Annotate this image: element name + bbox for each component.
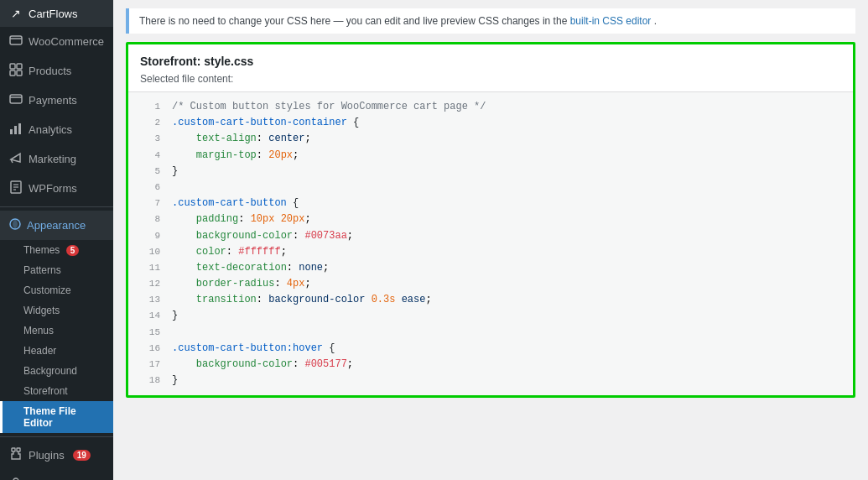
woocommerce-icon xyxy=(8,34,23,50)
notice-link[interactable]: built-in CSS editor xyxy=(570,15,652,27)
code-editor[interactable]: 1 /* Custom button styles for WooCommerc… xyxy=(128,92,853,395)
svg-rect-5 xyxy=(10,95,22,103)
appearance-icon xyxy=(8,217,22,233)
notice-end: . xyxy=(654,15,657,27)
code-line-12: 12 border-radius: 4px; xyxy=(128,276,853,292)
sidebar-subitem-header[interactable]: Header xyxy=(0,341,113,361)
notice-bar: There is no need to change your CSS here… xyxy=(126,8,855,34)
sidebar-item-label: Plugins xyxy=(29,449,65,462)
sidebar-item-analytics[interactable]: Analytics xyxy=(0,115,113,144)
code-line-16: 16 .custom-cart-button:hover { xyxy=(128,341,853,357)
sidebar-subitem-customize[interactable]: Customize xyxy=(0,280,113,300)
code-line-8: 8 padding: 10px 20px; xyxy=(128,211,853,227)
submenu-label: Storefront xyxy=(23,385,68,397)
main-content: There is no need to change your CSS here… xyxy=(113,0,868,480)
sidebar-item-users[interactable]: Users xyxy=(0,470,113,480)
svg-rect-6 xyxy=(10,129,13,134)
cartflows-icon: ↗ xyxy=(8,7,23,20)
sidebar-item-appearance[interactable]: Appearance xyxy=(0,211,113,240)
code-line-6: 6 xyxy=(128,180,853,196)
sidebar-item-woocommerce[interactable]: WooCommerce xyxy=(0,27,113,56)
marketing-icon xyxy=(8,151,23,167)
sidebar-item-plugins[interactable]: Plugins 19 xyxy=(0,441,113,470)
analytics-icon xyxy=(8,122,23,138)
submenu-label: Widgets xyxy=(23,305,60,316)
code-line-5: 5 } xyxy=(128,164,853,180)
submenu-label: Menus xyxy=(23,325,54,337)
code-line-18: 18 } xyxy=(128,373,853,389)
sidebar-subitem-widgets[interactable]: Widgets xyxy=(0,300,113,321)
svg-rect-15 xyxy=(17,448,20,451)
submenu-label: Customize xyxy=(23,284,71,296)
sidebar-subitem-theme-file-editor[interactable]: Theme File Editor xyxy=(0,401,113,433)
svg-rect-4 xyxy=(17,70,22,76)
notice-text: There is no need to change your CSS here… xyxy=(139,15,567,27)
sidebar: ↗ CartFlows WooCommerce Products Payment… xyxy=(0,0,113,480)
sidebar-item-label: Marketing xyxy=(29,153,76,165)
code-line-1: 1 /* Custom button styles for WooCommerc… xyxy=(128,99,853,115)
plugins-icon xyxy=(8,447,23,463)
svg-rect-1 xyxy=(10,64,15,69)
editor-subtitle: Selected file content: xyxy=(128,68,853,92)
sidebar-item-marketing[interactable]: Marketing xyxy=(0,144,113,174)
sidebar-subitem-storefront[interactable]: Storefront xyxy=(0,381,113,401)
svg-rect-3 xyxy=(10,70,15,76)
sidebar-item-products[interactable]: Products xyxy=(0,56,113,86)
sidebar-subitem-patterns[interactable]: Patterns xyxy=(0,260,113,280)
payments-icon xyxy=(8,92,23,108)
code-line-15: 15 xyxy=(128,325,853,341)
sidebar-subitem-menus[interactable]: Menus xyxy=(0,321,113,341)
submenu-label: Themes xyxy=(23,244,60,256)
sidebar-item-label: Payments xyxy=(29,94,77,107)
code-line-7: 7 .custom-cart-button { xyxy=(128,196,853,211)
code-line-10: 10 color: #ffffff; xyxy=(128,244,853,260)
code-line-11: 11 text-decoration: none; xyxy=(128,260,853,276)
svg-rect-0 xyxy=(10,36,22,44)
code-line-17: 17 background-color: #005177; xyxy=(128,357,853,373)
code-line-9: 9 background-color: #0073aa; xyxy=(128,228,853,244)
sidebar-item-label: Products xyxy=(29,65,71,77)
svg-rect-8 xyxy=(18,123,21,134)
sidebar-item-payments[interactable]: Payments xyxy=(0,86,113,115)
code-line-13: 13 transition: background-color 0.3s eas… xyxy=(128,292,853,308)
themes-badge: 5 xyxy=(66,245,80,256)
sidebar-item-label: CartFlows xyxy=(29,8,78,20)
products-icon xyxy=(8,63,23,79)
code-line-3: 3 text-align: center; xyxy=(128,131,853,147)
sidebar-item-wpforms[interactable]: WPForms xyxy=(0,174,113,203)
code-line-4: 4 margin-top: 20px; xyxy=(128,148,853,164)
submenu-label: Background xyxy=(23,365,77,377)
submenu-label: Header xyxy=(23,345,56,357)
code-line-14: 14 } xyxy=(128,308,853,324)
wpforms-icon xyxy=(8,180,23,196)
svg-rect-7 xyxy=(14,126,17,134)
sidebar-item-label: Analytics xyxy=(29,123,72,136)
editor-title: Storefront: style.css xyxy=(128,44,853,68)
svg-rect-2 xyxy=(17,64,22,69)
plugins-badge: 19 xyxy=(73,450,91,461)
sidebar-subitem-background[interactable]: Background xyxy=(0,361,113,381)
editor-box: Storefront: style.css Selected file cont… xyxy=(126,42,855,398)
submenu-label: Patterns xyxy=(23,264,61,276)
sidebar-item-label: Appearance xyxy=(27,219,86,232)
sidebar-item-label: WPForms xyxy=(29,182,77,195)
sidebar-subitem-themes[interactable]: Themes 5 xyxy=(0,240,113,260)
code-line-2: 2 .custom-cart-button-container { xyxy=(128,115,853,131)
svg-rect-14 xyxy=(12,448,15,451)
sidebar-item-label: WooCommerce xyxy=(29,35,104,48)
users-icon xyxy=(8,477,23,480)
submenu-label: Theme File Editor xyxy=(23,405,76,429)
sidebar-item-cartflows[interactable]: ↗ CartFlows xyxy=(0,0,113,27)
